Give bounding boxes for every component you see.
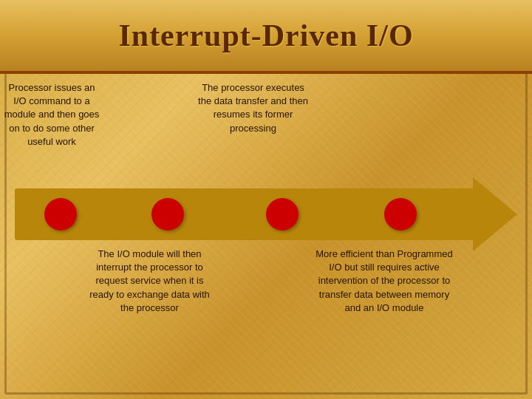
text-efficient: More efficient than Programmed I/O but s… (310, 248, 458, 315)
circle-1 (44, 198, 77, 231)
title-banner: Interrupt-Driven I/O (0, 0, 532, 74)
circle-3 (266, 198, 299, 231)
slide-title: Interrupt-Driven I/O (118, 18, 413, 53)
arrow-head (473, 177, 517, 251)
timeline-area: Processor issues an I/O command to a mod… (0, 74, 532, 399)
circle-2 (151, 198, 184, 231)
circle-4 (384, 198, 417, 231)
arrow-container (15, 188, 517, 240)
text-io-module: The I/O module will then interrupt the p… (89, 248, 211, 315)
slide: Interrupt-Driven I/O Processor issues an… (0, 0, 532, 399)
text-processor-executes: The processor executes the data transfer… (196, 81, 310, 135)
text-processor-command: Processor issues an I/O command to a mod… (4, 81, 100, 149)
